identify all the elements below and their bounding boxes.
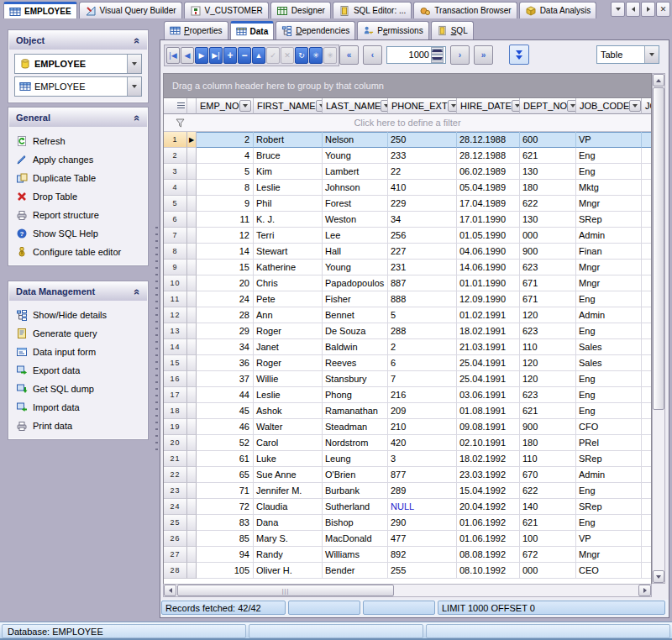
grid-cell[interactable]: Ashok [254, 403, 323, 419]
grid-cell[interactable] [642, 499, 651, 515]
grid-cell[interactable]: 888 [388, 291, 457, 307]
table-row[interactable]: 1744LesliePhong21603.06.1991623Eng [164, 387, 651, 403]
grid-cell[interactable]: 37 [197, 371, 254, 387]
grid-cell[interactable]: 227 [388, 244, 457, 260]
column-header-dept-no[interactable]: DEPT_NO [520, 98, 576, 114]
grid-cell[interactable]: 09.08.1991 [457, 419, 520, 435]
grid-cell[interactable]: 28 [197, 307, 254, 323]
row-number[interactable]: 5 [164, 196, 187, 212]
grid-cell[interactable]: Johnson [323, 180, 388, 196]
grid-cell[interactable]: 2 [197, 132, 254, 148]
grid-cell[interactable]: Sue Anne [254, 467, 323, 483]
data-management-section-header[interactable]: Data Management « [9, 282, 147, 301]
grid-cell[interactable]: O'Brien [323, 467, 388, 483]
table-row[interactable]: 2583DanaBishop29001.06.1992621Eng [164, 515, 651, 531]
grid-cell[interactable]: Janet [254, 339, 323, 355]
grid-cell[interactable]: 08.08.1992 [457, 547, 520, 563]
grid-cell[interactable]: Steadman [323, 419, 388, 435]
grid-cell[interactable]: Oliver H. [254, 563, 323, 579]
tab-visual-query-builder[interactable]: Visual Query Builder [79, 2, 182, 18]
table-row[interactable]: 1124PeteFisher88812.09.1990671Eng [164, 291, 651, 307]
grid-cell[interactable]: 20.04.1992 [457, 499, 520, 515]
grid-cell[interactable]: 94 [197, 547, 254, 563]
column-header-last-name[interactable]: LAST_NAME [323, 98, 388, 114]
table-row[interactable]: 1946WalterSteadman21009.08.1991900CFO [164, 419, 651, 435]
tab-data-analysis[interactable]: Data Analysis [519, 2, 597, 18]
grid-cell[interactable]: 17.04.1989 [457, 196, 520, 212]
grid-cell[interactable]: 15.04.1992 [457, 483, 520, 499]
row-number[interactable]: 26 [164, 531, 187, 547]
row-number[interactable]: 14 [164, 339, 187, 355]
grid-cell[interactable]: 21.03.1991 [457, 339, 520, 355]
grid-cell[interactable]: Mngr [576, 547, 642, 563]
grid-cell[interactable] [642, 419, 651, 435]
grid-cell[interactable] [642, 563, 651, 579]
row-number[interactable]: 28 [164, 563, 187, 579]
chevron-down-icon[interactable] [644, 46, 659, 63]
column-header-phone-ext[interactable]: PHONE_EXT [388, 98, 457, 114]
grid-cell[interactable]: Forest [323, 196, 388, 212]
grid-cell[interactable]: PRel [576, 435, 642, 451]
grid-cell[interactable]: 900 [520, 419, 576, 435]
table-row[interactable]: 2472ClaudiaSutherlandNULL20.04.1992140SR… [164, 499, 651, 515]
table-row[interactable]: 2794RandyWilliams89208.08.1992672Mngr [164, 547, 651, 563]
collapse-icon[interactable]: « [131, 114, 144, 120]
grid-cell[interactable]: Stansbury [323, 371, 388, 387]
record-limit-spinner[interactable] [431, 47, 444, 63]
object-section-header[interactable]: Object « [9, 31, 147, 50]
grid-cell[interactable]: 5 [197, 164, 254, 180]
scroll-left-icon[interactable] [164, 585, 176, 596]
table-row[interactable]: 2265Sue AnneO'Brien87723.03.1992670Admin [164, 467, 651, 483]
next-page-button[interactable]: › [450, 45, 470, 65]
last-page-button[interactable]: » [474, 45, 493, 65]
sidebar-item-print-data[interactable]: Print data [9, 417, 147, 435]
table-row[interactable]: 814StewartHall22704.06.1990900Finan [164, 244, 651, 260]
grid-cell[interactable]: Admin [576, 307, 642, 323]
table-row[interactable]: 712TerriLee25601.05.1990000Admin [164, 228, 651, 244]
grid-cell[interactable]: 622 [520, 483, 576, 499]
grid-cell[interactable]: 621 [520, 148, 576, 164]
grid-cell[interactable]: Mngr [576, 260, 642, 275]
prior-record-button[interactable]: ◀ [181, 47, 194, 64]
grid-cell[interactable]: SRep [576, 212, 642, 228]
sidebar-item-generate-query[interactable]: Generate query [9, 324, 147, 343]
filter-dropdown-icon[interactable] [239, 100, 251, 112]
tab-sql-editor[interactable]: SQL Editor: ... [333, 2, 412, 18]
row-number[interactable]: 1 [164, 132, 187, 148]
grid-cell[interactable]: 672 [520, 547, 576, 563]
tab-v-customer[interactable]: V_CUSTOMER [184, 2, 269, 18]
grid-cell[interactable]: Eng [576, 164, 642, 180]
grid-cell[interactable] [642, 387, 651, 403]
tab-scroll-right-button[interactable] [641, 2, 655, 17]
grid-cell[interactable] [642, 403, 651, 419]
row-number[interactable]: 7 [164, 228, 187, 244]
grid-cell[interactable]: 120 [520, 355, 576, 371]
row-number[interactable]: 25 [164, 515, 187, 531]
horizontal-scrollbar[interactable]: ||| [163, 584, 652, 597]
grid-cell[interactable]: 25.04.1991 [457, 371, 520, 387]
tab-designer[interactable]: Designer [270, 2, 331, 18]
table-row[interactable]: 1329RogerDe Souza28818.02.1991623Eng [164, 323, 651, 339]
grid-cell[interactable] [642, 451, 651, 467]
grid-corner-cell[interactable] [164, 98, 187, 114]
grid-cell[interactable]: Luke [254, 451, 323, 467]
grid-cell[interactable]: Leung [323, 451, 388, 467]
scroll-down-icon[interactable] [653, 570, 664, 583]
grid-cell[interactable] [642, 148, 651, 164]
grid-cell[interactable]: 130 [520, 212, 576, 228]
row-number[interactable]: 20 [164, 435, 187, 451]
row-number[interactable]: 2 [164, 148, 187, 164]
grid-cell[interactable]: Phil [254, 196, 323, 212]
grid-cell[interactable]: Claudia [254, 499, 323, 515]
grid-cell[interactable]: 18.02.1991 [457, 323, 520, 339]
grid-cell[interactable]: 05.04.1989 [457, 180, 520, 196]
grid-cell[interactable]: Sales [576, 355, 642, 371]
grid-cell[interactable]: 250 [388, 132, 457, 148]
grid-cell[interactable]: 28.12.1988 [457, 148, 520, 164]
grid-cell[interactable]: Lee [323, 228, 388, 244]
column-header-emp-no[interactable]: EMP_NO [197, 98, 254, 114]
chevron-down-icon[interactable] [127, 77, 141, 96]
grid-cell[interactable]: Admin [576, 467, 642, 483]
grid-cell[interactable]: 877 [388, 467, 457, 483]
grid-cell[interactable]: Kim [254, 164, 323, 180]
